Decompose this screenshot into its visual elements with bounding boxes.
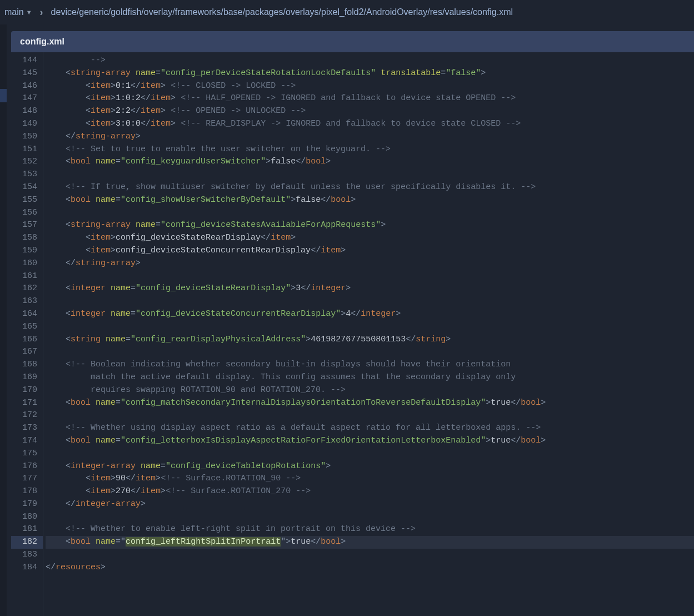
line-number[interactable]: 152 <box>11 156 43 168</box>
code-line[interactable]: <bool name="config_matchSecondaryInterna… <box>46 397 694 410</box>
code-line[interactable]: <item>270</item><!-- Surface.ROTATION_27… <box>46 485 694 498</box>
code-line[interactable]: <string-array name="config_deviceStatesA… <box>46 219 694 232</box>
line-number[interactable]: 164 <box>11 308 43 321</box>
code-line[interactable]: <item>config_deviceStateRearDisplay</ite… <box>46 232 694 245</box>
chevron-right-icon: › <box>40 7 43 18</box>
code-line[interactable]: <item>1:0:2</item> <!-- HALF_OPENED -> I… <box>46 92 694 105</box>
line-number[interactable]: 174 <box>11 435 43 448</box>
line-number[interactable]: 168 <box>11 359 43 371</box>
code-line[interactable] <box>46 409 694 422</box>
chevron-down-icon: ▼ <box>26 9 32 16</box>
branch-selector[interactable]: main ▼ <box>4 7 32 17</box>
line-number[interactable]: 176 <box>11 460 43 473</box>
line-number[interactable]: 183 <box>11 549 43 562</box>
code-line[interactable]: <string name="config_rearDisplayPhysical… <box>46 334 694 346</box>
line-number-gutter[interactable]: 1441451461471481491501511521531541551561… <box>11 52 43 616</box>
line-number[interactable]: 161 <box>11 270 43 283</box>
line-number[interactable]: 147 <box>11 92 43 105</box>
line-number[interactable]: 148 <box>11 105 43 118</box>
code-area[interactable]: 1441451461471481491501511521531541551561… <box>11 52 694 616</box>
code-line[interactable] <box>46 168 694 181</box>
code-line[interactable]: </resources> <box>46 562 694 574</box>
line-number[interactable]: 177 <box>11 473 43 485</box>
code-line[interactable]: <!-- Boolean indicating whether secondar… <box>46 359 694 371</box>
line-number[interactable]: 153 <box>11 168 43 181</box>
code-line[interactable]: </integer-array> <box>46 498 694 511</box>
line-number[interactable]: 154 <box>11 181 43 194</box>
code-line[interactable]: <!-- Whether using display aspect ratio … <box>46 422 694 435</box>
line-number[interactable]: 170 <box>11 384 43 397</box>
line-number[interactable]: 180 <box>11 511 43 524</box>
line-number[interactable]: 166 <box>11 334 43 346</box>
code-line[interactable]: <integer-array name="config_deviceTablet… <box>46 460 694 473</box>
line-number[interactable]: 182 <box>11 536 43 549</box>
line-number[interactable]: 155 <box>11 194 43 207</box>
code-line[interactable]: <item>config_deviceStateConcurrentRearDi… <box>46 245 694 257</box>
branch-name: main <box>4 7 24 17</box>
tab-bar: config.xml <box>11 31 694 52</box>
code-line[interactable]: <item>0:1</item> <!-- CLOSED -> LOCKED -… <box>46 80 694 93</box>
line-number[interactable]: 169 <box>11 371 43 384</box>
line-number[interactable]: 178 <box>11 485 43 498</box>
code-line[interactable]: </string-array> <box>46 131 694 143</box>
line-number[interactable]: 175 <box>11 448 43 460</box>
code-line[interactable]: <!-- If true, show multiuser switcher by… <box>46 181 694 194</box>
code-line[interactable]: <bool name="config_showUserSwitcherByDef… <box>46 194 694 207</box>
line-number[interactable]: 163 <box>11 295 43 308</box>
code-line[interactable]: <item>3:0:0</item> <!-- REAR_DISPLAY -> … <box>46 118 694 131</box>
file-path[interactable]: device/generic/goldfish/overlay/framewor… <box>51 7 513 17</box>
breadcrumb-bar: main ▼ › device/generic/goldfish/overlay… <box>0 0 694 24</box>
line-number[interactable]: 172 <box>11 409 43 422</box>
line-number[interactable]: 179 <box>11 498 43 511</box>
line-number[interactable]: 157 <box>11 219 43 232</box>
code-line[interactable]: <integer name="config_deviceStateRearDis… <box>46 282 694 295</box>
line-number[interactable]: 167 <box>11 346 43 359</box>
line-number[interactable]: 145 <box>11 67 43 80</box>
line-number[interactable]: 173 <box>11 422 43 435</box>
line-number[interactable]: 165 <box>11 321 43 334</box>
code-line[interactable]: <!-- Whether to enable left-right split … <box>46 523 694 536</box>
code-line[interactable]: match the active default display. This c… <box>46 371 694 384</box>
code-content[interactable]: --> <string-array name="config_perDevice… <box>43 52 694 616</box>
code-line[interactable]: <bool name="config_keyguardUserSwitcher"… <box>46 156 694 168</box>
line-number[interactable]: 149 <box>11 118 43 131</box>
code-line[interactable] <box>46 346 694 359</box>
rail-marker[interactable] <box>0 89 7 102</box>
line-number[interactable]: 162 <box>11 282 43 295</box>
line-number[interactable]: 151 <box>11 143 43 156</box>
annotation-rail <box>0 24 7 616</box>
line-number[interactable]: 184 <box>11 562 43 574</box>
line-number[interactable]: 156 <box>11 207 43 220</box>
editor: config.xml 14414514614714814915015115215… <box>11 31 694 616</box>
line-number[interactable]: 150 <box>11 131 43 143</box>
line-number[interactable]: 160 <box>11 257 43 270</box>
code-line[interactable] <box>46 270 694 283</box>
code-line[interactable] <box>46 448 694 460</box>
line-number[interactable]: 181 <box>11 523 43 536</box>
code-line[interactable]: requires swapping ROTATION_90 and ROTATI… <box>46 384 694 397</box>
line-number[interactable]: 158 <box>11 232 43 245</box>
line-number[interactable]: 146 <box>11 80 43 93</box>
code-line[interactable] <box>46 321 694 334</box>
code-line[interactable] <box>46 295 694 308</box>
tab-config-xml[interactable]: config.xml <box>11 37 73 47</box>
code-line[interactable] <box>46 207 694 220</box>
code-line[interactable] <box>46 511 694 524</box>
code-line[interactable]: <bool name="config_letterboxIsDisplayAsp… <box>46 435 694 448</box>
line-number[interactable]: 144 <box>11 54 43 67</box>
code-line[interactable]: <string-array name="config_perDeviceStat… <box>46 67 694 80</box>
code-line[interactable]: --> <box>46 54 694 67</box>
code-line[interactable]: <bool name="config_leftRightSplitInPortr… <box>46 536 694 549</box>
code-line[interactable]: <item>90</item><!-- Surface.ROTATION_90 … <box>46 473 694 485</box>
line-number[interactable]: 171 <box>11 397 43 410</box>
code-line[interactable]: <integer name="config_deviceStateConcurr… <box>46 308 694 321</box>
code-line[interactable] <box>46 549 694 562</box>
code-line[interactable]: <!-- Set to true to enable the user swit… <box>46 143 694 156</box>
code-line[interactable]: <item>2:2</item> <!-- OPENED -> UNLOCKED… <box>46 105 694 118</box>
line-number[interactable]: 159 <box>11 245 43 257</box>
code-line[interactable]: </string-array> <box>46 257 694 270</box>
